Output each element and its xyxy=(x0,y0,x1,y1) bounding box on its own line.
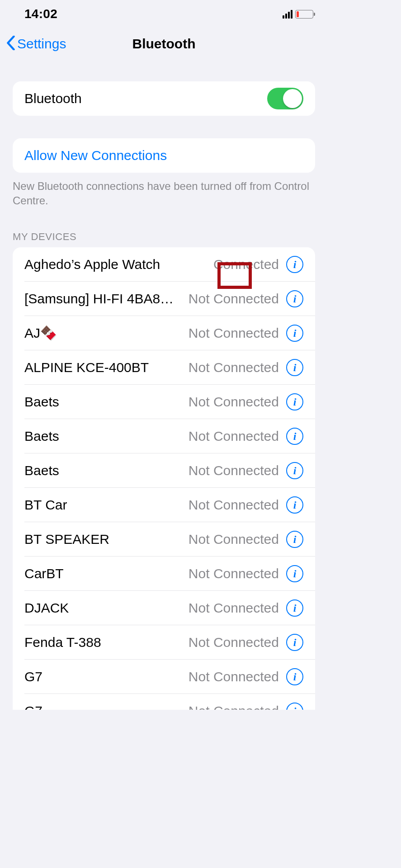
device-row[interactable]: BaetsNot Connectedi xyxy=(13,453,315,488)
allow-new-label: Allow New Connections xyxy=(24,148,303,163)
device-info-icon[interactable]: i xyxy=(286,599,303,617)
status-bar: 14:02 xyxy=(0,0,328,28)
device-status: Connected xyxy=(213,257,279,272)
device-info-icon[interactable]: i xyxy=(286,703,303,710)
status-time: 14:02 xyxy=(24,7,57,21)
device-name: Baets xyxy=(24,394,189,410)
device-name: DJACK xyxy=(24,600,189,616)
device-list: Aghedo’s Apple WatchConnectedi[Samsung] … xyxy=(13,247,315,710)
allow-new-group: Allow New Connections xyxy=(13,138,315,173)
device-name: BT Car xyxy=(24,497,189,513)
device-row[interactable]: G7Not Connectedi xyxy=(13,660,315,694)
device-info-icon[interactable]: i xyxy=(286,359,303,376)
device-status: Not Connected xyxy=(189,532,279,547)
bluetooth-toggle-row: Bluetooth xyxy=(13,81,315,116)
cellular-signal-icon xyxy=(283,9,293,19)
device-info-icon[interactable]: i xyxy=(286,393,303,410)
device-row[interactable]: AJ🍫Not Connectedi xyxy=(13,316,315,350)
device-row[interactable]: DJACKNot Connectedi xyxy=(13,591,315,625)
device-info-icon[interactable]: i xyxy=(286,256,303,273)
device-row[interactable]: G7Not Connectedi xyxy=(13,694,315,710)
chevron-left-icon xyxy=(6,36,15,52)
device-name: Aghedo’s Apple Watch xyxy=(24,257,213,272)
device-info-icon[interactable]: i xyxy=(286,531,303,548)
device-info-icon[interactable]: i xyxy=(286,634,303,651)
device-row[interactable]: Fenda T-388Not Connectedi xyxy=(13,625,315,660)
device-status: Not Connected xyxy=(189,291,279,307)
allow-new-connections-button[interactable]: Allow New Connections xyxy=(13,138,315,173)
device-row[interactable]: BaetsNot Connectedi xyxy=(13,385,315,419)
device-row[interactable]: BT CarNot Connectedi xyxy=(13,488,315,522)
device-info-icon[interactable]: i xyxy=(286,668,303,685)
device-name: AJ🍫 xyxy=(24,325,189,341)
device-status: Not Connected xyxy=(189,600,279,616)
allow-new-note: New Bluetooth connections have been turn… xyxy=(0,173,328,208)
back-button[interactable]: Settings xyxy=(0,36,66,52)
content: Bluetooth Allow New Connections xyxy=(0,81,328,173)
device-status: Not Connected xyxy=(189,497,279,513)
device-info-icon[interactable]: i xyxy=(286,428,303,445)
device-name: Baets xyxy=(24,429,189,444)
device-status: Not Connected xyxy=(189,566,279,581)
device-name: Baets xyxy=(24,463,189,478)
device-name: G7 xyxy=(24,669,189,684)
my-devices-header: MY DEVICES xyxy=(0,208,328,247)
nav-bar: Settings Bluetooth xyxy=(0,31,328,57)
device-status: Not Connected xyxy=(189,429,279,444)
bluetooth-toggle-label: Bluetooth xyxy=(24,91,267,106)
bluetooth-toggle[interactable] xyxy=(267,88,303,109)
device-status: Not Connected xyxy=(189,326,279,341)
device-name: CarBT xyxy=(24,566,189,581)
device-list-wrapper: Aghedo’s Apple WatchConnectedi[Samsung] … xyxy=(0,247,328,710)
device-name: Fenda T-388 xyxy=(24,635,189,650)
device-row[interactable]: CarBTNot Connectedi xyxy=(13,557,315,591)
device-name: G7 xyxy=(24,703,189,710)
device-status: Not Connected xyxy=(189,703,279,710)
device-row[interactable]: ALPINE KCE-400BTNot Connectedi xyxy=(13,350,315,385)
screen: 14:02 Settings Bluetooth Bluetooth xyxy=(0,0,328,710)
device-info-icon[interactable]: i xyxy=(286,496,303,514)
device-info-icon[interactable]: i xyxy=(286,565,303,582)
device-status: Not Connected xyxy=(189,669,279,684)
device-info-icon[interactable]: i xyxy=(286,290,303,307)
device-row[interactable]: [Samsung] HI-FI 4BA8…Not Connectedi xyxy=(13,282,315,316)
device-info-icon[interactable]: i xyxy=(286,462,303,479)
battery-icon xyxy=(295,10,313,19)
status-icons xyxy=(283,9,314,19)
device-status: Not Connected xyxy=(189,463,279,478)
device-row[interactable]: Aghedo’s Apple WatchConnectedi xyxy=(13,247,315,282)
device-name: BT SPEAKER xyxy=(24,532,189,547)
device-row[interactable]: BT SPEAKERNot Connectedi xyxy=(13,522,315,557)
bluetooth-toggle-group: Bluetooth xyxy=(13,81,315,116)
device-info-icon[interactable]: i xyxy=(286,325,303,342)
device-status: Not Connected xyxy=(189,394,279,410)
device-name: ALPINE KCE-400BT xyxy=(24,360,189,375)
device-status: Not Connected xyxy=(189,635,279,650)
back-label: Settings xyxy=(17,36,66,52)
device-name: [Samsung] HI-FI 4BA8… xyxy=(24,291,189,307)
device-status: Not Connected xyxy=(189,360,279,375)
device-row[interactable]: BaetsNot Connectedi xyxy=(13,419,315,453)
